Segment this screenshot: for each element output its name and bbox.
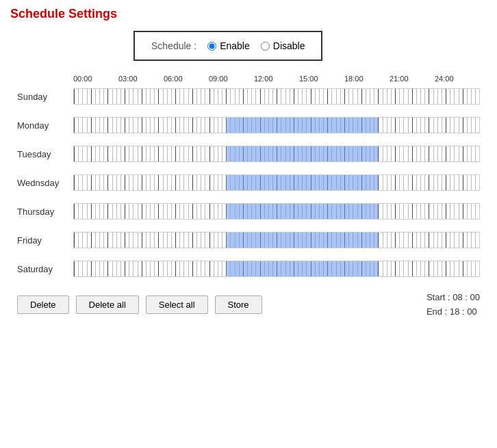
tick: [103, 233, 107, 248]
tick: [150, 118, 154, 133]
timeline-wednsday[interactable]: [73, 174, 480, 191]
tick: [298, 89, 302, 104]
tick: [167, 146, 171, 161]
tick: [209, 89, 214, 104]
day-row-monday: Monday: [17, 113, 480, 137]
tick: [399, 89, 403, 104]
tick: [471, 204, 475, 219]
timeline-tuesday[interactable]: [73, 146, 480, 162]
tick: [209, 175, 214, 190]
select-all-button[interactable]: Select all: [146, 295, 208, 314]
tick: [209, 146, 214, 161]
timeline-highlight-saturday: [226, 261, 378, 276]
tick: [264, 89, 268, 104]
tick: [391, 175, 395, 190]
disable-option[interactable]: Disable: [261, 40, 305, 51]
tick: [420, 146, 424, 161]
tick: [344, 89, 348, 104]
tick: [395, 233, 399, 248]
tick: [74, 118, 78, 133]
tick: [416, 204, 420, 219]
tick: [82, 261, 86, 276]
timeline-friday[interactable]: [73, 232, 480, 248]
tick: [150, 261, 154, 276]
tick: [442, 89, 446, 104]
timeline-thursday[interactable]: [73, 203, 480, 220]
tick: [463, 89, 467, 104]
tick: [91, 204, 95, 219]
tick: [171, 233, 175, 248]
enable-radio[interactable]: [207, 42, 216, 51]
timeline-saturday[interactable]: [73, 261, 480, 277]
tick: [179, 233, 183, 248]
tick: [171, 89, 175, 104]
tick: [412, 261, 416, 276]
tick: [475, 204, 479, 219]
tick: [218, 233, 222, 248]
tick: [95, 204, 99, 219]
tick: [138, 89, 142, 104]
tick: [82, 89, 86, 104]
tick: [163, 118, 167, 133]
store-button[interactable]: Store: [215, 295, 262, 314]
tick: [82, 118, 86, 133]
tick: [167, 204, 171, 219]
tick: [116, 146, 120, 161]
delete-all-button[interactable]: Delete all: [76, 295, 139, 314]
disable-radio[interactable]: [261, 42, 270, 51]
tick: [91, 233, 95, 248]
delete-button[interactable]: Delete: [17, 295, 69, 314]
tick: [429, 146, 433, 161]
tick: [467, 261, 471, 276]
tick: [446, 204, 450, 219]
tick: [302, 89, 306, 104]
tick: [99, 175, 103, 190]
tick: [471, 89, 475, 104]
tick: [183, 175, 188, 190]
tick: [146, 233, 150, 248]
tick: [446, 89, 450, 104]
timeline-highlight-friday: [226, 233, 378, 248]
tick: [188, 261, 192, 276]
tick: [454, 118, 458, 133]
tick: [107, 118, 112, 133]
tick: [112, 175, 116, 190]
tick: [403, 146, 407, 161]
tick: [120, 146, 125, 161]
tick: [201, 118, 205, 133]
tick: [175, 204, 179, 219]
tick: [205, 204, 209, 219]
timeline-monday[interactable]: [73, 117, 480, 133]
tick: [408, 118, 412, 133]
tick: [383, 261, 387, 276]
tick: [336, 89, 340, 104]
timeline-sunday[interactable]: [73, 88, 480, 105]
tick: [74, 204, 78, 219]
tick: [116, 175, 120, 190]
tick: [214, 146, 218, 161]
tick: [412, 89, 416, 104]
tick: [103, 89, 107, 104]
tick: [442, 204, 446, 219]
tick: [243, 89, 247, 104]
tick: [154, 204, 158, 219]
enable-option[interactable]: Enable: [207, 40, 250, 51]
tick: [391, 89, 395, 104]
disable-label: Disable: [273, 40, 305, 51]
tick: [167, 89, 171, 104]
tick: [424, 204, 429, 219]
tick: [429, 204, 433, 219]
tick: [205, 118, 209, 133]
tick: [91, 146, 95, 161]
tick: [209, 118, 214, 133]
tick: [201, 204, 205, 219]
tick: [475, 118, 479, 133]
tick: [450, 146, 454, 161]
tick: [183, 261, 188, 276]
tick: [112, 233, 116, 248]
tick: [192, 233, 196, 248]
tick: [387, 261, 391, 276]
tick: [179, 146, 183, 161]
tick: [450, 204, 454, 219]
tick: [459, 204, 463, 219]
